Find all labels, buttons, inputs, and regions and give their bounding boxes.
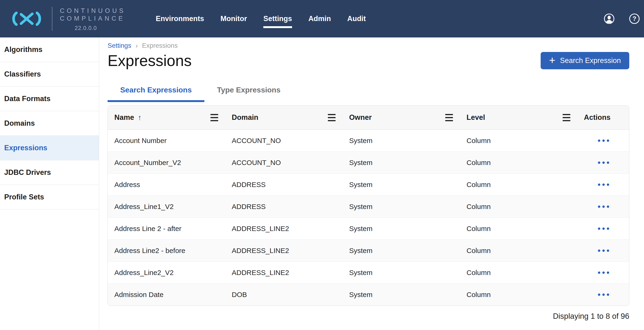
table-row: Account Number ACCOUNT_NO System Column	[108, 130, 629, 152]
settings-sidebar: Algorithms Classifiers Data Formats Doma…	[0, 38, 99, 330]
column-label-level[interactable]: Level	[466, 113, 485, 122]
row-actions-menu-icon[interactable]	[597, 270, 610, 275]
sidebar-item-classifiers[interactable]: Classifiers	[0, 62, 99, 87]
column-label-owner[interactable]: Owner	[349, 113, 372, 122]
column-header-level: Level	[460, 113, 577, 122]
cell-owner: System	[342, 225, 460, 233]
tab-type-expressions[interactable]: Type Expressions	[204, 86, 293, 102]
table-row: Address Line2 - before ADDRESS_LINE2 Sys…	[108, 240, 629, 262]
cell-name: Address	[108, 181, 225, 189]
cell-owner: System	[342, 247, 460, 255]
help-icon[interactable]: ?	[629, 13, 640, 24]
cell-level: Column	[460, 291, 577, 299]
breadcrumb: Settings › Expressions	[108, 42, 629, 50]
nav-admin[interactable]: Admin	[308, 15, 331, 23]
sidebar-item-expressions[interactable]: Expressions	[0, 136, 99, 160]
pagination-status: Displaying 1 to 8 of 96	[108, 311, 629, 321]
cell-level: Column	[460, 137, 577, 145]
breadcrumb-current: Expressions	[142, 42, 178, 50]
row-actions-menu-icon[interactable]	[597, 226, 610, 231]
cell-name: Account_Number_V2	[108, 159, 225, 167]
column-label-domain[interactable]: Domain	[232, 113, 258, 122]
cell-domain: ADDRESS	[225, 203, 342, 211]
sort-ascending-icon[interactable]: ↑	[138, 113, 142, 122]
cell-domain: DOB	[225, 291, 342, 299]
table-row: Account_Number_V2 ACCOUNT_NO System Colu…	[108, 152, 629, 174]
sidebar-item-domains[interactable]: Domains	[0, 111, 99, 136]
cell-name: Address Line2 - before	[108, 247, 225, 255]
cell-owner: System	[342, 291, 460, 299]
cell-domain: ACCOUNT_NO	[225, 159, 342, 167]
expressions-table: Name ↑ Domain Owner Level Actions	[108, 105, 629, 306]
cell-name: Admission Date	[108, 291, 225, 299]
expressions-tabs: Search Expressions Type Expressions	[108, 86, 629, 102]
cell-name: Address_Line2_V2	[108, 269, 225, 277]
table-body: Account Number ACCOUNT_NO System Column …	[108, 130, 629, 306]
cell-level: Column	[460, 225, 577, 233]
table-row: Address_Line2_V2 ADDRESS_LINE2 System Co…	[108, 262, 629, 284]
add-search-expression-button[interactable]: + Search Expression	[541, 52, 629, 69]
cell-level: Column	[460, 269, 577, 277]
cell-owner: System	[342, 159, 460, 167]
row-actions-menu-icon[interactable]	[597, 204, 610, 209]
nav-settings[interactable]: Settings	[263, 15, 292, 23]
row-actions-menu-icon[interactable]	[597, 138, 610, 143]
column-header-actions: Actions	[577, 113, 629, 122]
column-menu-icon[interactable]	[445, 114, 453, 121]
column-header-name: Name ↑	[108, 113, 225, 122]
cell-level: Column	[460, 203, 577, 211]
sidebar-item-jdbc-drivers[interactable]: JDBC Drivers	[0, 160, 99, 185]
top-navigation: Environments Monitor Settings Admin Audi…	[156, 0, 366, 38]
column-label-actions: Actions	[584, 113, 610, 122]
table-row: Address ADDRESS System Column	[108, 174, 629, 196]
row-actions-menu-icon[interactable]	[597, 292, 610, 297]
nav-environments[interactable]: Environments	[156, 15, 204, 23]
plus-icon: +	[549, 55, 555, 66]
top-bar: CONTINUOUS COMPLIANCE 22.0.0.0 Environme…	[0, 0, 644, 38]
column-label-name[interactable]: Name	[114, 113, 134, 122]
table-header-row: Name ↑ Domain Owner Level Actions	[108, 106, 629, 130]
cell-owner: System	[342, 137, 460, 145]
cell-owner: System	[342, 203, 460, 211]
row-actions-menu-icon[interactable]	[597, 160, 610, 165]
cell-domain: ADDRESS_LINE2	[225, 269, 342, 277]
cell-name: Address_Line1_V2	[108, 203, 225, 211]
table-row: Address Line 2 - after ADDRESS_LINE2 Sys…	[108, 218, 629, 240]
row-actions-menu-icon[interactable]	[597, 248, 610, 253]
nav-audit[interactable]: Audit	[347, 15, 366, 23]
chevron-right-icon: ›	[136, 42, 138, 50]
column-menu-icon[interactable]	[328, 114, 336, 121]
cell-owner: System	[342, 181, 460, 189]
row-actions-menu-icon[interactable]	[597, 182, 610, 187]
wordmark-line2: COMPLIANCE	[60, 15, 126, 23]
wordmark-line1: CONTINUOUS	[60, 7, 126, 15]
sidebar-item-data-formats[interactable]: Data Formats	[0, 87, 99, 111]
add-search-expression-label: Search Expression	[560, 56, 621, 65]
delphix-logo-icon	[11, 11, 42, 27]
cell-name: Address Line 2 - after	[108, 225, 225, 233]
user-profile-icon[interactable]	[604, 13, 615, 24]
version-label: 22.0.0.0	[60, 25, 126, 31]
cell-level: Column	[460, 159, 577, 167]
cell-domain: ADDRESS_LINE2	[225, 225, 342, 233]
nav-monitor[interactable]: Monitor	[220, 15, 247, 23]
column-header-owner: Owner	[342, 113, 460, 122]
column-menu-icon[interactable]	[562, 114, 570, 121]
page-title: Expressions	[108, 51, 192, 71]
table-row: Address_Line1_V2 ADDRESS System Column	[108, 196, 629, 218]
sidebar-item-profile-sets[interactable]: Profile Sets	[0, 185, 99, 209]
column-menu-icon[interactable]	[210, 114, 218, 121]
brand-logo: CONTINUOUS COMPLIANCE 22.0.0.0	[0, 0, 126, 38]
logo-divider	[52, 7, 52, 31]
sidebar-item-algorithms[interactable]: Algorithms	[0, 38, 99, 62]
breadcrumb-settings-link[interactable]: Settings	[108, 42, 131, 50]
column-header-domain: Domain	[225, 113, 342, 122]
tab-search-expressions[interactable]: Search Expressions	[108, 86, 204, 102]
cell-name: Account Number	[108, 137, 225, 145]
cell-domain: ADDRESS_LINE2	[225, 247, 342, 255]
main-content: Settings › Expressions Expressions + Sea…	[99, 38, 644, 321]
cell-level: Column	[460, 247, 577, 255]
cell-domain: ADDRESS	[225, 181, 342, 189]
cell-owner: System	[342, 269, 460, 277]
table-row: Admission Date DOB System Column	[108, 284, 629, 306]
